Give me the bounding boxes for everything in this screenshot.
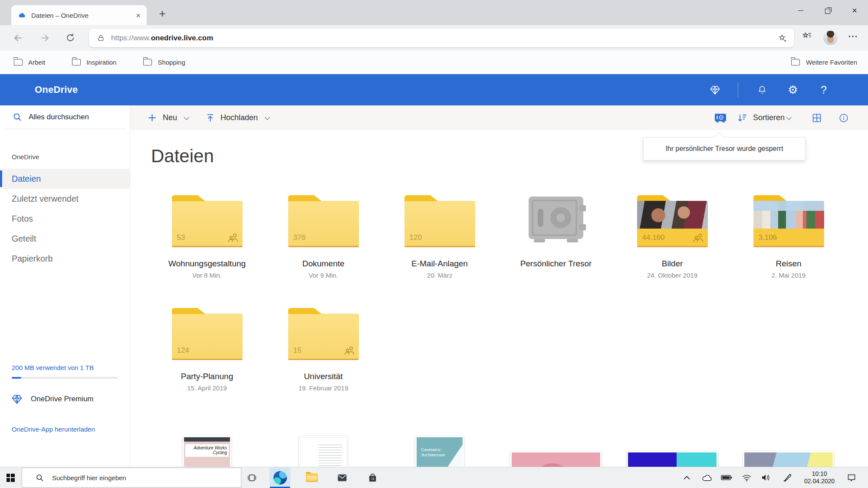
onedrive-logo[interactable]: OneDrive [35,74,78,105]
pen-tray-button[interactable] [778,467,796,488]
folder-name: Bilder [662,259,683,269]
folder-name: Wohnungsgestaltung [168,259,246,269]
folder-name: Party-Planung [181,372,233,381]
windows-logo-icon [7,474,15,482]
premium-row[interactable]: OneDrive Premium [11,393,94,405]
sidebar-item-zuletzt-verwendet[interactable]: Zuletzt verwendet [0,189,130,209]
help-icon[interactable]: ? [819,74,829,105]
back-button[interactable] [13,33,24,43]
folder-item-count: 53 [177,233,185,242]
personal-vault-icon[interactable] [714,105,727,130]
folder-item-count: 124 [177,346,189,355]
start-button[interactable] [0,467,21,488]
sidebar-item-papierkorb[interactable]: Papierkorb [0,249,130,269]
window-controls: × [787,0,868,21]
battery-tray-button[interactable] [718,467,735,488]
browser-profile-avatar[interactable] [823,31,838,45]
folder-tile-email-anlagen[interactable]: 120 E-Mail-Anlagen 20. März [381,195,498,279]
onedrive-tray-button[interactable] [698,467,715,488]
more-favorites[interactable]: Weitere Favoriten [791,59,857,66]
folder-tile-party-planung[interactable]: 124 Party-Planung 15. April 2019 [149,308,265,392]
folder-item-count: 376 [293,233,306,242]
storage-progress-bar [12,377,118,379]
reload-button[interactable] [65,33,76,43]
folder-icon: 53 [172,201,243,247]
premium-diamond-icon[interactable] [709,74,721,105]
view-grid-icon[interactable] [812,105,822,130]
folder-item-count: 15 [293,346,302,355]
folder-tile-reisen[interactable]: 3.106 Reisen 2. Mai 2019 [730,195,847,279]
add-favorite-icon[interactable] [778,33,787,43]
folder-tile-persoenlicher-tresor[interactable]: Persönlicher Tresor [498,195,614,279]
action-center-button[interactable] [842,467,861,488]
wifi-tray-button[interactable] [738,467,755,488]
address-bar[interactable]: https://www.onedrive.live.com [89,29,794,47]
new-button[interactable]: Neu [147,112,188,123]
file-tile-illustration[interactable] [730,436,847,467]
file-tile-pink-image[interactable] [498,436,614,467]
clock-date: 02.04.2020 [804,478,835,485]
header-divider [738,82,738,97]
folder-tile-dokumente[interactable]: 376 Dokumente Vor 9 Min. [265,195,381,279]
file-tile-document[interactable] [265,436,381,467]
bookmark-inspiration[interactable]: Inspiration [72,59,116,66]
premium-label: OneDrive Premium [31,395,94,403]
browser-navbar: https://www.onedrive.live.com [0,25,868,51]
tab-close-icon[interactable]: × [136,11,141,20]
browser-menu-icon[interactable] [847,31,858,42]
cloud-icon [701,474,713,482]
mail-button[interactable] [332,467,352,488]
search-input[interactable] [28,112,112,122]
settings-gear-icon[interactable]: ⚙ [786,74,799,105]
onedrive-favicon [17,11,26,20]
edge-taskbar-button[interactable] [270,467,290,488]
app-download-link[interactable]: OneDrive-App herunterladen [12,426,95,433]
file-tile-adventure-works[interactable]: Adventure Works Cycling [149,436,265,467]
folder-name: Universität [304,372,343,381]
folder-date: 20. März [427,272,452,279]
wifi-icon [742,474,752,481]
plus-icon [147,112,158,123]
sidebar-divider [3,129,126,129]
notifications-bell-icon[interactable] [756,74,768,105]
new-tab-button[interactable]: + [155,7,170,20]
sidebar-item-geteilt[interactable]: Geteilt [0,229,130,249]
bookmark-shopping[interactable]: Shopping [143,59,185,66]
taskbar-search[interactable] [22,468,241,488]
folder-name: Dokumente [302,259,344,269]
taskbar-clock[interactable]: 10:10 02.04.2020 [799,467,840,488]
edge-icon [273,471,287,485]
file-explorer-button[interactable] [301,467,322,488]
folder-tile-wohnungsgestaltung[interactable]: 53 Wohnungsgestaltung Vor 8 Min. [149,195,265,279]
mail-icon [337,472,348,483]
storage-progress-fill [12,377,21,379]
search-everything[interactable] [0,110,130,124]
taskbar-search-input[interactable] [51,474,218,482]
window-restore-button[interactable] [814,0,841,21]
sidebar-item-dateien[interactable]: Dateien [0,169,130,189]
upload-button-label: Hochladen [220,113,258,122]
upload-button[interactable]: Hochladen [205,113,269,123]
volume-tray-button[interactable] [757,467,775,488]
file-tile-blue-teal-image[interactable] [614,436,730,467]
bookmark-folder-icon [143,59,152,66]
folder-tile-universitaet[interactable]: 15 Universität 19. Februar 2019 [265,308,381,392]
sort-button[interactable]: Sortieren [737,105,790,130]
task-view-button[interactable] [241,467,262,488]
window-minimize-button[interactable] [787,0,814,21]
info-icon[interactable] [838,105,849,130]
sidebar-item-fotos[interactable]: Fotos [0,209,130,229]
forward-button[interactable] [39,33,50,43]
tray-expand-button[interactable] [680,467,694,488]
bookmark-arbeit[interactable]: Arbeit [14,59,45,66]
folder-item-count: 120 [410,233,422,242]
window-close-button[interactable]: × [841,0,868,21]
pen-icon [783,473,792,482]
storage-usage-link[interactable]: 200 MB verwendet von 1 TB [12,364,94,371]
folder-tile-bilder[interactable]: 44.160 Bilder 24. Oktober 2019 [614,195,730,279]
main-content: Dateien 53 Wohnungsgestaltung Vor 8 Min.… [130,130,868,467]
favorites-bar-icon[interactable] [802,31,812,41]
store-button[interactable] [362,467,383,488]
browser-tab[interactable]: Dateien – OneDrive × [11,5,147,25]
file-tile-geometric-architecture[interactable]: Geometric Architecture [381,436,498,467]
